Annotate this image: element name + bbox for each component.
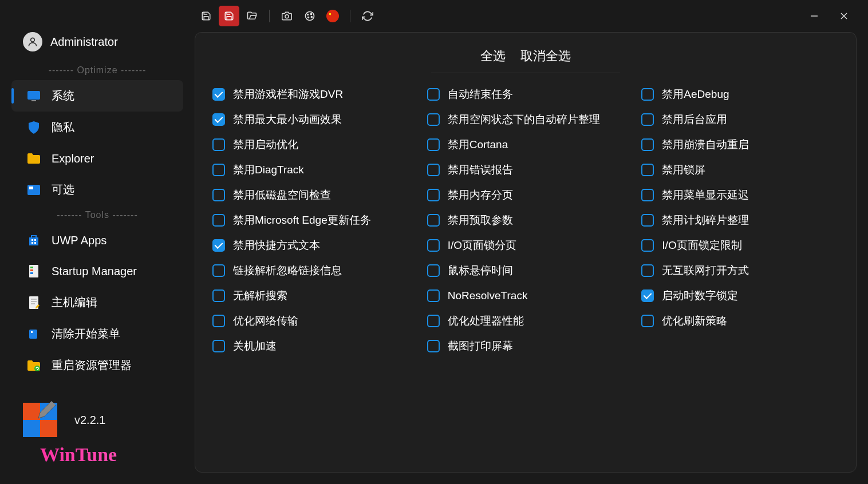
sidebar-item-system[interactable]: 系统: [11, 80, 183, 112]
check-option[interactable]: 禁用DiagTrack: [212, 162, 410, 177]
check-option[interactable]: 禁用低磁盘空间检查: [212, 188, 410, 203]
check-option[interactable]: 禁用Cortana: [427, 137, 625, 152]
check-option[interactable]: 禁用预取参数: [427, 213, 625, 228]
check-option[interactable]: 禁用后台应用: [641, 112, 839, 127]
select-all-button[interactable]: 全选: [480, 49, 506, 63]
check-label: 禁用Microsoft Edge更新任务: [233, 213, 371, 228]
startup-icon: [26, 264, 41, 279]
check-label: 禁用游戏栏和游戏DVR: [233, 87, 343, 102]
close-button[interactable]: [834, 6, 854, 26]
check-label: 禁用DiagTrack: [233, 162, 304, 177]
check-option[interactable]: 优化刷新策略: [641, 314, 839, 328]
save-all-button[interactable]: [219, 6, 239, 26]
svg-rect-14: [31, 239, 33, 241]
svg-rect-11: [31, 100, 36, 101]
check-option[interactable]: 禁用计划碎片整理: [641, 213, 839, 228]
sidebar-item-uwp-apps[interactable]: UWP Apps: [11, 225, 183, 256]
checkbox-icon: [427, 138, 440, 151]
check-option[interactable]: 关机加速: [212, 339, 410, 354]
checkbox-icon: [641, 264, 654, 277]
svg-point-9: [31, 38, 35, 42]
check-label: I/O页面锁分页: [448, 238, 516, 253]
check-option[interactable]: 禁用空闲状态下的自动碎片整理: [427, 112, 625, 127]
document-edit-icon: [26, 295, 41, 310]
check-option[interactable]: 无解析搜索: [212, 288, 410, 303]
check-label: 无解析搜索: [233, 288, 287, 303]
svg-point-0: [285, 15, 289, 18]
checkbox-icon: [427, 164, 440, 176]
check-option[interactable]: 禁用Microsoft Edge更新任务: [212, 213, 410, 228]
check-label: 禁用后台应用: [662, 112, 727, 127]
camera-button[interactable]: [277, 6, 297, 26]
sidebar-item-startup-manager[interactable]: Startup Manager: [11, 256, 183, 287]
separator: [269, 10, 270, 22]
store-icon: [26, 233, 41, 248]
check-option[interactable]: 禁用锁屏: [641, 162, 839, 177]
sidebar-item-privacy[interactable]: 隐私: [11, 112, 183, 143]
checkbox-icon: [641, 164, 654, 176]
check-option[interactable]: 禁用菜单显示延迟: [641, 188, 839, 203]
user-row: Administrator: [11, 32, 183, 61]
check-option[interactable]: NoResolveTrack: [427, 288, 625, 303]
sidebar-item-host-edit[interactable]: 主机编辑: [11, 287, 183, 318]
checkbox-icon: [212, 340, 225, 352]
svg-rect-13: [29, 187, 33, 189]
check-option[interactable]: 禁用内存分页: [427, 188, 625, 203]
refresh-button[interactable]: [357, 6, 378, 26]
check-option[interactable]: 禁用崩溃自动重启: [641, 137, 839, 152]
check-option[interactable]: 禁用错误报告: [427, 162, 625, 177]
check-option[interactable]: 启动时数字锁定: [641, 288, 839, 303]
language-button[interactable]: [322, 6, 343, 26]
check-option[interactable]: 优化处理器性能: [427, 314, 625, 328]
svg-point-2: [307, 14, 309, 15]
folder-refresh-icon: [26, 358, 41, 373]
checkbox-icon: [641, 239, 654, 252]
select-row: 全选 取消全选: [431, 44, 620, 73]
check-option[interactable]: I/O页面锁分页: [427, 238, 625, 253]
checkbox-icon: [427, 88, 440, 101]
checkbox-icon: [427, 340, 440, 352]
checkbox-icon: [427, 239, 440, 252]
sidebar-item-clear-start[interactable]: 清除开始菜单: [11, 318, 183, 350]
svg-point-4: [311, 17, 312, 18]
check-option[interactable]: 禁用启动优化: [212, 137, 410, 152]
checkbox-icon: [641, 289, 654, 302]
check-option[interactable]: 优化网络传输: [212, 314, 410, 328]
check-label: 优化刷新策略: [662, 314, 727, 328]
check-option[interactable]: 截图打印屏幕: [427, 339, 625, 354]
checkbox-icon: [212, 214, 225, 227]
check-option[interactable]: 自动结束任务: [427, 87, 625, 102]
sidebar-item-optional[interactable]: 可选: [11, 174, 183, 205]
theme-button[interactable]: [299, 6, 320, 26]
check-label: 鼠标悬停时间: [448, 263, 513, 278]
check-option[interactable]: 链接解析忽略链接信息: [212, 263, 410, 278]
save-button[interactable]: [196, 6, 216, 26]
check-label: 优化处理器性能: [448, 314, 524, 328]
check-label: 链接解析忽略链接信息: [233, 263, 342, 278]
minimize-button[interactable]: [804, 6, 824, 26]
check-label: 关机加速: [233, 339, 277, 354]
sidebar-item-label: 重启资源管理器: [52, 358, 132, 373]
folder-icon: [26, 151, 41, 166]
check-option[interactable]: 鼠标悬停时间: [427, 263, 625, 278]
check-label: NoResolveTrack: [448, 289, 528, 302]
sidebar-item-restart-explorer[interactable]: 重启资源管理器: [11, 350, 183, 381]
checkbox-icon: [641, 113, 654, 126]
check-label: 自动结束任务: [448, 87, 513, 102]
sidebar-item-label: 可选: [52, 182, 74, 197]
check-option[interactable]: I/O页面锁定限制: [641, 238, 839, 253]
check-option[interactable]: 禁用AeDebug: [641, 87, 839, 102]
checkbox-icon: [212, 113, 225, 126]
open-folder-button[interactable]: [242, 6, 262, 26]
sidebar-item-explorer[interactable]: Explorer: [11, 143, 183, 174]
checkbox-icon: [641, 315, 654, 327]
deselect-all-button[interactable]: 取消全选: [520, 49, 571, 63]
check-label: 禁用最大最小动画效果: [233, 112, 342, 127]
check-option[interactable]: 禁用最大最小动画效果: [212, 112, 410, 127]
check-option[interactable]: 禁用游戏栏和游戏DVR: [212, 87, 410, 102]
check-option[interactable]: 无互联网打开方式: [641, 263, 839, 278]
sidebar-item-label: Startup Manager: [52, 265, 137, 278]
svg-point-3: [311, 14, 312, 15]
check-option[interactable]: 禁用快捷方式文本: [212, 238, 410, 253]
checkbox-icon: [427, 264, 440, 277]
